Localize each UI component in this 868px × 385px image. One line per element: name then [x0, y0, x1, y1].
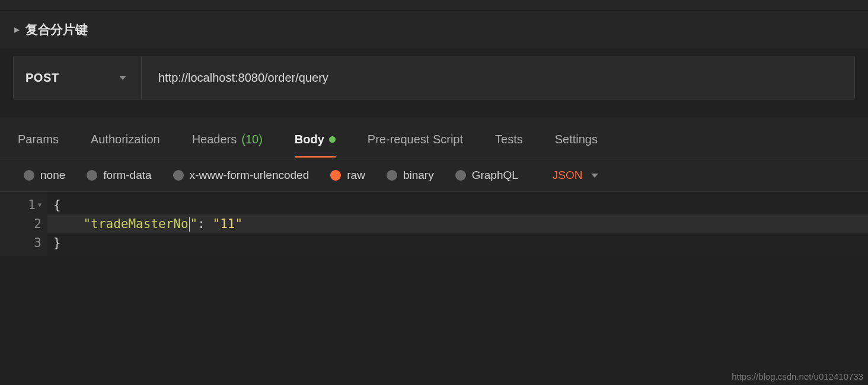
tab-tests[interactable]: Tests	[495, 133, 523, 158]
section-header[interactable]: ▶ 复合分片键	[0, 11, 868, 49]
code-line: {	[47, 195, 868, 214]
body-type-graphql[interactable]: GraphQL	[455, 169, 518, 182]
radio-icon	[173, 170, 184, 181]
body-type-raw[interactable]: raw	[330, 169, 365, 182]
radio-icon	[24, 170, 34, 181]
format-select[interactable]: JSON	[553, 169, 599, 182]
expand-icon: ▶	[14, 25, 20, 34]
code-line: }	[47, 233, 868, 252]
section-title: 复合分片键	[25, 21, 88, 38]
body-editor[interactable]: 1▼ 2 3 { "tradeMasterNo": "11" }	[0, 192, 868, 256]
body-type-form-data[interactable]: form-data	[87, 169, 151, 182]
tab-body[interactable]: Body	[295, 133, 336, 158]
body-type-urlencoded[interactable]: x-www-form-urlencoded	[173, 169, 309, 182]
status-dot-icon	[329, 136, 336, 143]
request-row: POST	[13, 56, 855, 100]
fold-icon: ▼	[38, 195, 42, 214]
tab-pre-request-script[interactable]: Pre-request Script	[368, 133, 463, 158]
tab-settings[interactable]: Settings	[555, 133, 598, 158]
method-select[interactable]: POST	[14, 56, 142, 99]
radio-icon	[330, 170, 341, 181]
top-bar	[0, 0, 868, 11]
method-label: POST	[25, 71, 59, 85]
tab-headers[interactable]: Headers (10)	[192, 133, 263, 158]
radio-icon	[87, 170, 97, 181]
radio-icon	[387, 170, 397, 181]
chevron-down-icon	[591, 169, 599, 182]
chevron-down-icon	[119, 71, 127, 84]
url-input[interactable]	[142, 56, 854, 99]
line-gutter: 1▼ 2 3	[0, 192, 47, 256]
body-type-binary[interactable]: binary	[387, 169, 434, 182]
code-area[interactable]: { "tradeMasterNo": "11" }	[47, 192, 868, 256]
request-tabs: Params Authorization Headers (10) Body P…	[0, 117, 868, 158]
watermark: https://blog.csdn.net/u012410733	[732, 371, 863, 381]
body-type-none[interactable]: none	[24, 169, 65, 182]
tab-authorization[interactable]: Authorization	[91, 133, 160, 158]
code-line: "tradeMasterNo": "11"	[47, 214, 868, 233]
headers-count: (10)	[241, 133, 263, 146]
text-cursor	[189, 217, 190, 232]
tab-params[interactable]: Params	[18, 133, 59, 158]
body-type-row: none form-data x-www-form-urlencoded raw…	[0, 158, 868, 192]
radio-icon	[455, 170, 466, 181]
